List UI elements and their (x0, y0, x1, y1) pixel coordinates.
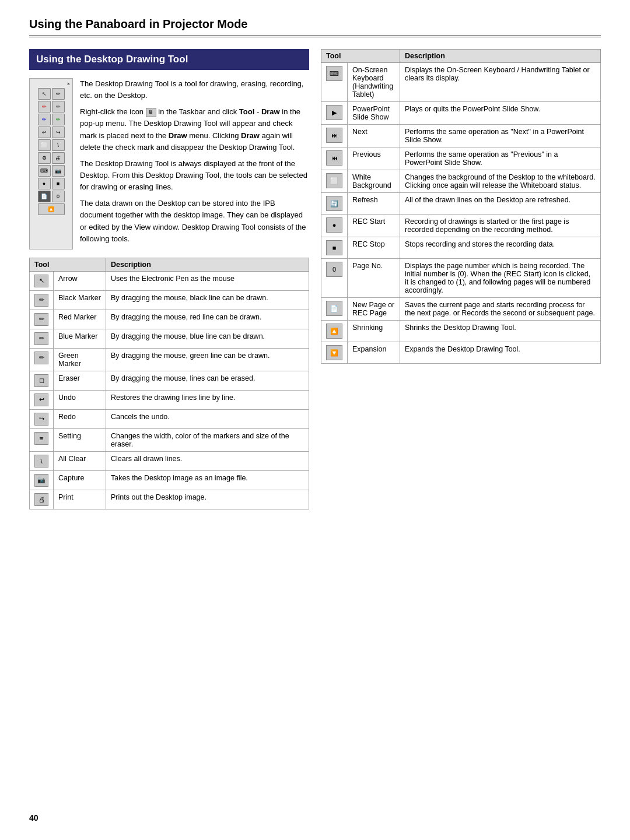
tool-desc-cell: All of the drawn lines on the Desktop ar… (400, 193, 601, 215)
table-row: ▶ PowerPoint Slide Show Plays or quits t… (321, 102, 601, 125)
table-row: 🔽 Expansion Expands the Desktop Drawing … (321, 342, 601, 364)
tool-name-cell: Redo (54, 409, 106, 428)
page-header: Using the Panaboard in Projector Mode (29, 17, 601, 37)
tool-icon: ↩ (34, 393, 48, 406)
tool-desc-cell: Uses the Electronic Pen as the mouse (106, 271, 309, 290)
tool-icon: 📷 (34, 474, 48, 487)
tool-desc-cell: Changes the background of the Desktop to… (400, 170, 601, 193)
tool-icon-cell: ■ (321, 237, 348, 259)
tool-desc-cell: By dragging the mouse, blue line can be … (106, 329, 309, 348)
tool-icon: ✏ (34, 352, 48, 364)
table-row: ↩ Undo Restores the drawing lines line b… (30, 390, 309, 409)
tool-name-cell: All Clear (54, 451, 106, 470)
tool-icon-cell: ✏ (30, 290, 54, 310)
table-row: ↪ Redo Cancels the undo. (30, 409, 309, 428)
right-table-desc-header: Description (400, 50, 601, 63)
left-tool-table: Tool Description ↖ Arrow Uses the Electr… (29, 258, 309, 509)
tool-icon: ⬜ (326, 173, 342, 188)
table-row: 0 Page No. Displays the page number whic… (321, 259, 601, 298)
tool-name-cell: Print (54, 490, 106, 509)
tool-desc-cell: Cancels the undo. (106, 409, 309, 428)
tool-desc-cell: By dragging the mouse, black line can be… (106, 290, 309, 310)
page-number: 40 (29, 813, 38, 823)
tool-desc-cell: Shrinks the Desktop Drawing Tool. (400, 321, 601, 342)
tool-icon: ↪ (34, 413, 48, 426)
tool-icon-cell: ✏ (30, 348, 54, 371)
table-row: ⌨ On-Screen Keyboard (Handwriting Tablet… (321, 63, 601, 102)
tool-desc-cell: By dragging the mouse, red line can be d… (106, 310, 309, 329)
tool-icon: 🔄 (326, 196, 342, 211)
table-row: ■ REC Stop Stops recording and stores th… (321, 237, 601, 259)
table-row: ● REC Start Recording of drawings is sta… (321, 215, 601, 237)
tool-desc-cell: Restores the drawing lines line by line. (106, 390, 309, 409)
tool-icon: 🔽 (326, 345, 342, 360)
tool-icon-cell: ● (321, 215, 348, 237)
tool-name-cell: Blue Marker (54, 329, 106, 348)
tool-icon-cell: \ (30, 451, 54, 470)
tool-name-cell: Refresh (348, 193, 400, 215)
table-row: ✏ Green Marker By dragging the mouse, gr… (30, 348, 309, 371)
tool-name-cell: Green Marker (54, 348, 106, 371)
tool-desc-cell: Recording of drawings is started or the … (400, 215, 601, 237)
tool-icon-cell: ⬜ (321, 170, 348, 193)
tool-name-cell: White Background (348, 170, 400, 193)
tool-icon: 📄 (326, 301, 342, 316)
tool-icon-cell: ⌨ (321, 63, 348, 102)
tool-name-cell: Expansion (348, 342, 400, 364)
table-row: ✏ Black Marker By dragging the mouse, bl… (30, 290, 309, 310)
tool-name-cell: New Page or REC Page (348, 298, 400, 321)
tool-desc-cell: Plays or quits the PowerPoint Slide Show… (400, 102, 601, 125)
tool-icon-cell: 🔄 (321, 193, 348, 215)
tool-icon-cell: ✏ (30, 310, 54, 329)
tool-desc-cell: Takes the Desktop image as an image file… (106, 470, 309, 490)
tool-desc-cell: Prints out the Desktop image. (106, 490, 309, 509)
tool-icon: ✏ (34, 332, 48, 345)
tool-icon-cell: ◻ (30, 371, 54, 390)
tool-icon: 🖨 (34, 493, 48, 506)
tool-icon-cell: 🖨 (30, 490, 54, 509)
tool-icon: ↖ (34, 275, 48, 287)
tool-icon: \ (34, 455, 48, 468)
table-row: 📄 New Page or REC Page Saves the current… (321, 298, 601, 321)
table-row: ⏭ Next Performs the same operation as "N… (321, 125, 601, 147)
tool-icon: ◻ (34, 374, 48, 387)
tool-desc-cell: Performs the same operation as "Previous… (400, 147, 601, 170)
tool-name-cell: REC Stop (348, 237, 400, 259)
table-row: 🔄 Refresh All of the drawn lines on the … (321, 193, 601, 215)
tool-icon: ⏮ (326, 150, 342, 166)
table-row: ✏ Blue Marker By dragging the mouse, blu… (30, 329, 309, 348)
table-row: 🖨 Print Prints out the Desktop image. (30, 490, 309, 509)
table-row: 🔼 Shrinking Shrinks the Desktop Drawing … (321, 321, 601, 342)
tool-icon-cell: 📷 (30, 470, 54, 490)
tool-desc-cell: Stops recording and stores the recording… (400, 237, 601, 259)
tool-icon-cell: 🔽 (321, 342, 348, 364)
tool-icon: ⌨ (326, 66, 342, 81)
table-row: ↖ Arrow Uses the Electronic Pen as the m… (30, 271, 309, 290)
left-table-desc-header: Description (106, 258, 309, 271)
tool-desc-cell: By dragging the mouse, lines can be eras… (106, 371, 309, 390)
tool-name-cell: Eraser (54, 371, 106, 390)
intro-text: The Desktop Drawing Tool is a tool for d… (80, 78, 309, 249)
tool-name-cell: Red Marker (54, 310, 106, 329)
tool-name-cell: Next (348, 125, 400, 147)
tool-icon-cell: ↩ (30, 390, 54, 409)
tool-desc-cell: Saves the current page and starts record… (400, 298, 601, 321)
tool-desc-cell: Clears all drawn lines. (106, 451, 309, 470)
tool-icon: ● (326, 217, 342, 233)
tool-icon: ✏ (34, 313, 48, 326)
tool-icon: 🔼 (326, 324, 342, 339)
tool-name-cell: REC Start (348, 215, 400, 237)
tool-name-cell: Capture (54, 470, 106, 490)
tool-desc-cell: By dragging the mouse, green line can be… (106, 348, 309, 371)
tool-desc-cell: Performs the same operation as "Next" in… (400, 125, 601, 147)
tool-name-cell: PowerPoint Slide Show (348, 102, 400, 125)
table-row: ✏ Red Marker By dragging the mouse, red … (30, 310, 309, 329)
tool-icon: ≡ (34, 432, 48, 445)
tool-icon-cell: ⏭ (321, 125, 348, 147)
tool-icon-cell: ▶ (321, 102, 348, 125)
tool-image: × ↖ ✏ ✏ ✏ ✏ ✏ ↩ ↪ ⬜ (29, 78, 73, 249)
tool-icon-cell: ↪ (30, 409, 54, 428)
left-table-tool-header: Tool (30, 258, 106, 271)
tool-icon-cell: 📄 (321, 298, 348, 321)
tool-icon-cell: ↖ (30, 271, 54, 290)
